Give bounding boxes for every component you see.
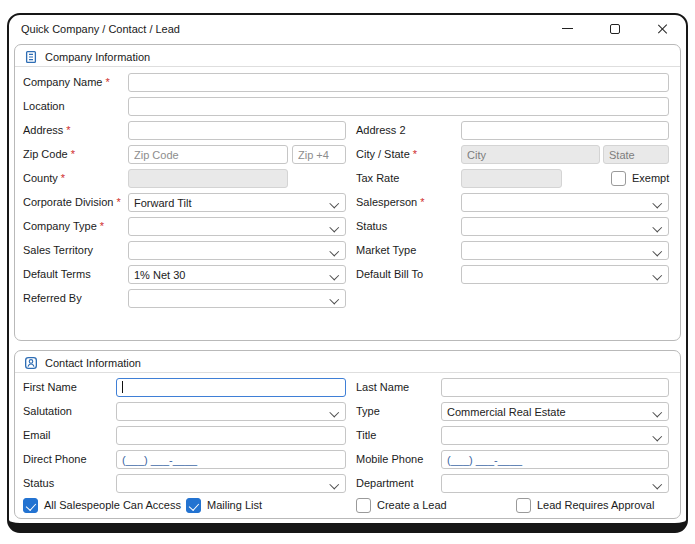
sales-territory-label: Sales Territory — [23, 241, 93, 260]
chevron-down-icon — [652, 270, 661, 279]
company-information-header: Company Information — [24, 48, 150, 66]
quick-company-dialog: Quick Company / Contact / Lead Company I… — [7, 13, 688, 533]
mailing-list-checkbox[interactable] — [186, 498, 201, 513]
required-marker: * — [105, 76, 109, 88]
exempt-label: Exempt — [632, 169, 669, 188]
address2-input[interactable] — [461, 121, 669, 140]
chevron-down-icon — [652, 431, 661, 440]
last-name-input[interactable] — [441, 378, 669, 397]
email-input[interactable] — [116, 426, 346, 445]
referred-by-select[interactable] — [128, 289, 346, 308]
create-lead-label: Create a Lead — [377, 498, 447, 513]
chevron-down-icon — [652, 198, 661, 207]
lead-approval-label: Lead Requires Approval — [537, 498, 654, 513]
close-icon — [657, 23, 669, 35]
county-label: County* — [23, 169, 65, 188]
corporate-division-value: Forward Tilt — [134, 197, 191, 209]
zip-code-label: Zip Code* — [23, 145, 75, 164]
chevron-down-icon — [652, 479, 661, 488]
titlebar[interactable]: Quick Company / Contact / Lead — [9, 15, 686, 42]
last-name-label: Last Name — [356, 378, 409, 397]
required-marker: * — [61, 172, 65, 184]
person-icon — [24, 356, 38, 370]
status-label: Status — [356, 217, 387, 236]
contact-status-label: Status — [23, 474, 54, 493]
divider — [15, 66, 680, 67]
direct-phone-label: Direct Phone — [23, 450, 87, 469]
company-information-group: Company Information Company Name* Locati… — [14, 44, 681, 341]
divider — [15, 372, 680, 373]
address-input[interactable] — [128, 121, 346, 140]
zip-code-input[interactable] — [128, 145, 288, 164]
contact-status-select[interactable] — [116, 474, 346, 493]
minimize-button[interactable] — [560, 22, 574, 36]
referred-by-label: Referred By — [23, 289, 82, 308]
location-label: Location — [23, 97, 65, 116]
company-name-input[interactable] — [128, 73, 669, 92]
company-name-label: Company Name* — [23, 73, 110, 92]
corporate-division-select[interactable]: Forward Tilt — [128, 193, 346, 212]
market-type-select[interactable] — [461, 241, 669, 260]
contact-information-title: Contact Information — [45, 357, 141, 369]
direct-phone-input[interactable] — [116, 450, 346, 469]
type-select[interactable]: Commercial Real Estate — [441, 402, 669, 421]
chevron-down-icon — [329, 294, 338, 303]
salutation-select[interactable] — [116, 402, 346, 421]
status-select[interactable] — [461, 217, 669, 236]
window-title: Quick Company / Contact / Lead — [21, 23, 180, 35]
company-type-label: Company Type* — [23, 217, 104, 236]
city-input[interactable] — [461, 145, 600, 164]
exempt-checkbox[interactable] — [611, 171, 626, 186]
company-type-select[interactable] — [128, 217, 346, 236]
default-terms-value: 1% Net 30 — [134, 269, 185, 281]
default-terms-select[interactable]: 1% Net 30 — [128, 265, 346, 284]
create-lead-checkbox[interactable] — [356, 498, 371, 513]
corporate-division-label: Corporate Division* — [23, 193, 121, 212]
chevron-down-icon — [329, 479, 338, 488]
department-label: Department — [356, 474, 413, 493]
type-label: Type — [356, 402, 380, 421]
chevron-down-icon — [329, 407, 338, 416]
close-button[interactable] — [656, 22, 670, 36]
required-marker: * — [420, 196, 424, 208]
mobile-phone-input[interactable] — [441, 450, 669, 469]
salesperson-select[interactable] — [461, 193, 669, 212]
first-name-label: First Name — [23, 378, 77, 397]
maximize-icon — [610, 24, 620, 34]
required-marker: * — [66, 124, 70, 136]
minimize-icon — [562, 28, 573, 29]
lead-approval-checkbox[interactable] — [516, 498, 531, 513]
chevron-down-icon — [652, 222, 661, 231]
salesperson-label: Salesperson* — [356, 193, 424, 212]
default-bill-to-select[interactable] — [461, 265, 669, 284]
title-select[interactable] — [441, 426, 669, 445]
all-salespeople-label: All Salespeople Can Access — [44, 498, 181, 513]
city-state-label: City / State* — [356, 145, 417, 164]
contact-information-header: Contact Information — [24, 354, 141, 372]
chevron-down-icon — [329, 198, 338, 207]
first-name-input[interactable] — [116, 378, 346, 397]
default-terms-label: Default Terms — [23, 265, 91, 284]
county-input[interactable] — [128, 169, 288, 188]
default-bill-to-label: Default Bill To — [356, 265, 423, 284]
maximize-button[interactable] — [608, 22, 622, 36]
sales-territory-select[interactable] — [128, 241, 346, 260]
chevron-down-icon — [652, 246, 661, 255]
state-input[interactable] — [603, 145, 669, 164]
zip-plus4-input[interactable] — [292, 145, 346, 164]
contact-information-group: Contact Information First Name Last Name… — [14, 350, 681, 519]
address2-label: Address 2 — [356, 121, 406, 140]
required-marker: * — [116, 196, 120, 208]
salutation-label: Salutation — [23, 402, 72, 421]
text-caret — [122, 381, 123, 393]
chevron-down-icon — [329, 270, 338, 279]
address-label: Address* — [23, 121, 71, 140]
department-select[interactable] — [441, 474, 669, 493]
required-marker: * — [100, 220, 104, 232]
required-marker: * — [413, 148, 417, 160]
location-input[interactable] — [128, 97, 669, 116]
tax-rate-label: Tax Rate — [356, 169, 399, 188]
mailing-list-label: Mailing List — [207, 498, 262, 513]
tax-rate-input[interactable] — [461, 169, 562, 188]
all-salespeople-checkbox[interactable] — [23, 498, 38, 513]
